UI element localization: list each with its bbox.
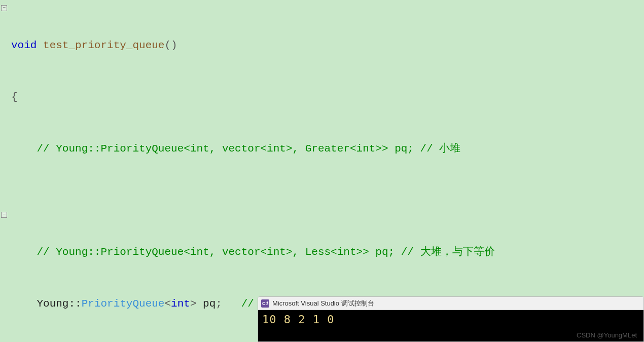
gutter: − −	[0, 0, 9, 342]
brace-open: {	[11, 91, 18, 103]
code-area[interactable]: void test_priority_queue() { // Young::P…	[0, 3, 644, 342]
indent	[11, 143, 37, 155]
semicolon: ;	[216, 298, 241, 310]
comment: // Young::PriorityQueue<int, vector<int>…	[37, 143, 460, 155]
fold-icon[interactable]: −	[1, 212, 7, 218]
angle-open: <	[164, 298, 171, 310]
code-line: {	[11, 89, 644, 106]
fold-icon[interactable]: −	[1, 5, 7, 11]
function-name: test_priority_queue	[37, 40, 164, 51]
indent	[11, 246, 37, 258]
vs-icon: C:\	[261, 299, 269, 308]
code-line: void test_priority_queue()	[11, 37, 644, 54]
identifier: pq	[203, 298, 216, 310]
console-titlebar[interactable]: C:\ Microsoft Visual Studio 调试控制台	[258, 297, 643, 310]
parens: ()	[164, 40, 177, 51]
keyword-void: void	[11, 40, 37, 51]
keyword-int: int	[171, 298, 190, 310]
code-line: // Young::PriorityQueue<int, vector<int>…	[11, 244, 644, 261]
namespace: Young::	[37, 298, 81, 310]
code-editor[interactable]: − − void test_priority_queue() { // Youn…	[0, 0, 644, 342]
code-line: // Young::PriorityQueue<int, vector<int>…	[11, 140, 644, 158]
watermark: CSDN @YoungMLet	[577, 331, 637, 339]
type-name: PriorityQueue	[82, 298, 165, 310]
comment: // Young::PriorityQueue<int, vector<int>…	[37, 246, 494, 258]
indent	[11, 298, 37, 310]
console-title-text: Microsoft Visual Studio 调试控制台	[272, 299, 374, 308]
code-line	[11, 192, 644, 209]
angle-close: >	[190, 298, 203, 310]
